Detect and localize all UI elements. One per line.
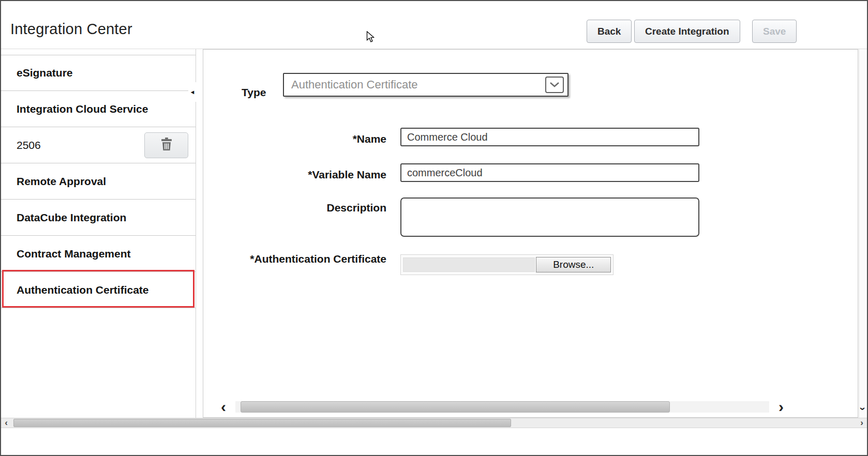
certificate-file-input: Browse... [400, 254, 613, 275]
variable-name-label: *Variable Name [242, 168, 386, 181]
authentication-certificate-label: *Authentication Certificate [242, 252, 386, 266]
sidebar-item-integration-cloud-service[interactable]: Integration Cloud Service [1, 91, 196, 127]
window-scroll-left-button[interactable]: ‹ [1, 418, 11, 428]
content-scrollbar-track[interactable] [235, 401, 769, 413]
sidebar: eSignature Integration Cloud Service 250… [1, 49, 196, 418]
sidebar-collapse-handle[interactable]: ◄ [188, 82, 197, 102]
type-select-arrow-button[interactable] [545, 77, 564, 93]
name-input[interactable] [400, 128, 699, 146]
page-title: Integration Center [10, 22, 132, 37]
chevron-left-icon: ‹ [221, 398, 226, 415]
mouse-cursor-icon [366, 31, 375, 45]
header: Integration Center Back Create Integrati… [1, 1, 867, 49]
main-panel: Type Authentication Certificate *Name *V… [203, 49, 858, 418]
content-scrollbar-thumb[interactable] [241, 401, 670, 413]
certificate-file-field[interactable] [403, 257, 535, 272]
scroll-left-button[interactable]: ‹ [218, 399, 229, 415]
back-button[interactable]: Back [587, 20, 632, 43]
type-label: Type [242, 86, 266, 99]
content-horizontal-scrollbar: ‹ › [218, 399, 787, 415]
window-scroll-right-button[interactable]: › [857, 418, 867, 428]
chevron-right-icon: › [779, 398, 784, 415]
sidebar-item-label: eSignature [17, 67, 73, 79]
scroll-right-button[interactable]: › [775, 399, 787, 415]
browse-button[interactable]: Browse... [536, 257, 611, 272]
sidebar-item-label: Integration Cloud Service [17, 103, 148, 115]
type-select[interactable]: Authentication Certificate [283, 73, 568, 97]
window-horizontal-scrollbar: ‹ › [1, 418, 867, 428]
variable-name-input[interactable] [400, 163, 699, 182]
description-label: Description [242, 201, 386, 215]
sidebar-item-label: Authentication Certificate [17, 284, 149, 296]
integration-center-window: Integration Center Back Create Integrati… [0, 0, 868, 456]
sidebar-item-authentication-certificate[interactable]: Authentication Certificate [1, 272, 196, 308]
description-textarea[interactable] [400, 197, 699, 237]
name-label: *Name [242, 132, 386, 146]
sidebar-item-label: 2506 [17, 139, 41, 151]
chevron-left-icon: ‹ [5, 418, 8, 428]
create-integration-button[interactable]: Create Integration [634, 20, 740, 43]
save-button: Save [752, 20, 797, 43]
type-select-value: Authentication Certificate [291, 74, 418, 96]
scroll-down-button[interactable]: › [857, 405, 868, 413]
window-scrollbar-track[interactable] [11, 418, 857, 428]
sidebar-item-esignature[interactable]: eSignature [1, 55, 196, 91]
sidebar-item-label: Remote Approval [17, 175, 106, 188]
window-scrollbar-thumb[interactable] [13, 419, 511, 427]
sidebar-item-label: DataCube Integration [17, 211, 126, 224]
delete-button[interactable] [144, 132, 188, 158]
sidebar-item-remote-approval[interactable]: Remote Approval [1, 163, 196, 200]
sidebar-item-datacube-integration[interactable]: DataCube Integration [1, 200, 196, 236]
trash-icon [161, 138, 172, 154]
sidebar-list: eSignature Integration Cloud Service 250… [1, 55, 196, 308]
sidebar-item-contract-management[interactable]: Contract Management [1, 236, 196, 272]
chevron-down-icon [549, 80, 560, 89]
vertical-scrollbar[interactable]: › [859, 49, 867, 418]
chevron-right-icon: › [860, 418, 863, 428]
sidebar-item-label: Contract Management [17, 248, 131, 260]
chevron-down-icon: › [858, 407, 868, 411]
sidebar-item-2506[interactable]: 2506 [1, 127, 196, 163]
collapse-left-icon: ◄ [190, 89, 196, 95]
